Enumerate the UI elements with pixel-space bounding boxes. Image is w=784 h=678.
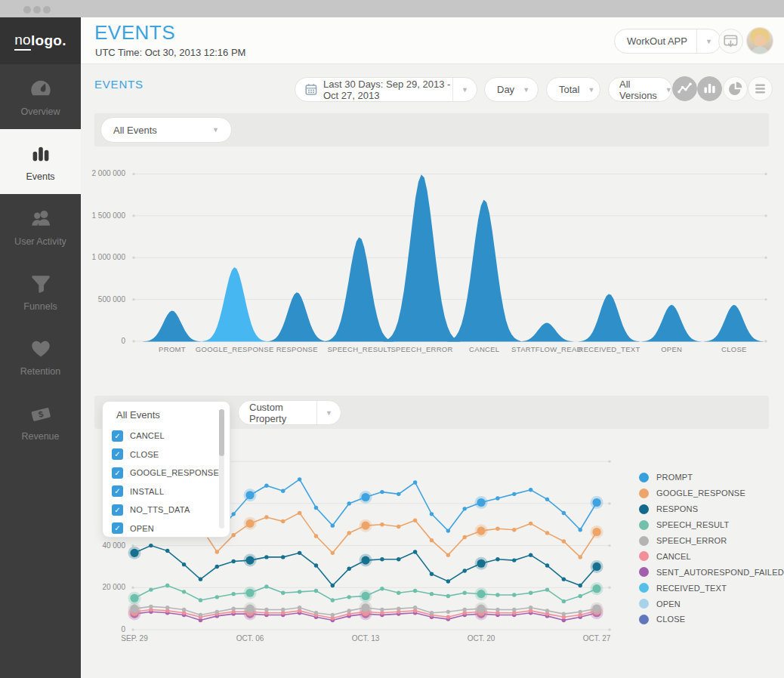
scrollbar-track[interactable]	[219, 409, 224, 529]
data-point	[562, 577, 566, 581]
checkbox[interactable]: ✓	[112, 448, 123, 460]
scrollbar-thumb[interactable]	[219, 409, 224, 456]
data-point	[477, 498, 485, 507]
x-axis-tick: OCT. 27	[583, 634, 611, 643]
data-point	[545, 498, 549, 501]
data-point	[545, 587, 549, 591]
data-point	[592, 605, 600, 613]
export-button[interactable]	[718, 29, 743, 54]
data-point	[199, 613, 202, 617]
bar-chart-icon	[29, 142, 53, 166]
data-point	[477, 590, 485, 598]
data-point	[495, 593, 499, 596]
event-option-label: GOOGLE_RESPONSE	[130, 468, 219, 477]
event-option-close[interactable]: ✓CLOSE	[103, 445, 230, 464]
data-point	[245, 491, 254, 499]
x-axis-tick: OCT. 20	[468, 634, 495, 643]
legend-label: SPEECH_ERROR	[656, 536, 727, 545]
data-point	[495, 496, 499, 500]
data-point	[314, 506, 318, 510]
sidebar-item-user-activity[interactable]: User Activity	[0, 194, 81, 259]
legend-item-sent_autorespond_failed[interactable]: SENT_AUTORESPOND_FAILED	[639, 564, 784, 580]
data-point	[463, 569, 467, 572]
checkbox[interactable]: ✓	[112, 504, 123, 516]
data-point	[231, 533, 235, 537]
sidebar-item-revenue[interactable]: $Revenue	[0, 389, 81, 454]
data-point	[477, 527, 485, 535]
legend-color-dot	[639, 536, 649, 546]
data-point	[281, 519, 285, 523]
data-point	[562, 511, 566, 515]
data-point	[579, 584, 582, 587]
event-option-label: OPEN	[130, 524, 154, 533]
window-control-dot[interactable]	[43, 6, 51, 14]
event-option-google_response[interactable]: ✓GOOGLE_RESPONSE	[103, 464, 230, 482]
legend-item-prompt[interactable]: PROMPT	[639, 470, 784, 485]
y-axis-tick: 20 000	[102, 583, 125, 591]
legend-label: SENT_AUTORESPOND_FAILED	[656, 568, 784, 577]
data-point	[130, 605, 138, 613]
legend-item-received_text[interactable]: RECEIVED_TEXT	[639, 580, 784, 596]
data-point	[281, 608, 285, 612]
window-control-dot[interactable]	[33, 6, 41, 14]
data-point	[592, 562, 600, 571]
event-option-label: CANCEL	[130, 431, 165, 440]
legend-label: OPEN	[656, 599, 681, 609]
top-header: EVENTS UTC Time: Oct 30, 2013 12:16 PM W…	[81, 17, 784, 64]
data-point	[314, 534, 318, 538]
data-point	[413, 480, 417, 484]
data-point	[281, 591, 285, 595]
legend-item-google_response[interactable]: GOOGLE_RESPONSE	[639, 485, 784, 501]
sidebar: nologo. OverviewEventsUser ActivityFunne…	[0, 17, 81, 678]
data-point	[281, 555, 285, 559]
data-point	[446, 553, 450, 556]
sidebar-item-overview[interactable]: Overview	[0, 64, 81, 129]
data-point	[331, 598, 335, 602]
legend-item-speech_result[interactable]: SPEECH_RESULT	[639, 517, 784, 533]
event-option-no_tts_data[interactable]: ✓NO_TTS_DATA	[103, 501, 230, 519]
data-point	[446, 610, 450, 614]
checkbox[interactable]: ✓	[112, 485, 123, 497]
data-point	[347, 531, 350, 535]
data-point	[298, 477, 301, 481]
event-option-cancel[interactable]: ✓CANCEL	[103, 427, 230, 445]
legend-item-close[interactable]: CLOSE	[639, 612, 784, 627]
legend-item-respons[interactable]: RESPONS	[639, 501, 784, 517]
sidebar-item-events[interactable]: Events	[0, 129, 81, 194]
data-point	[245, 589, 254, 597]
sidebar-nav: OverviewEventsUser ActivityFunnelsRetent…	[0, 64, 81, 454]
checkbox[interactable]: ✓	[112, 430, 123, 442]
sidebar-item-retention[interactable]: Retention	[0, 324, 81, 389]
data-point	[314, 611, 318, 615]
app-logo[interactable]: nologo.	[0, 17, 81, 64]
data-point	[446, 579, 450, 583]
event-option-install[interactable]: ✓INSTALL	[103, 482, 230, 501]
data-point	[562, 599, 566, 603]
app-window: nologo. OverviewEventsUser ActivityFunne…	[0, 0, 784, 678]
event-option-label: NO_TTS_DATA	[130, 505, 190, 514]
window-titlebar	[0, 0, 784, 17]
data-point	[430, 592, 434, 596]
event-option-open[interactable]: ✓OPEN	[103, 519, 230, 538]
data-point	[245, 519, 254, 528]
data-point	[281, 488, 285, 492]
legend-color-dot	[639, 473, 649, 482]
sidebar-item-funnels[interactable]: Funnels	[0, 259, 81, 324]
events-option-list: ✓CANCEL✓CLOSE✓GOOGLE_RESPONSE✓INSTALL✓NO…	[103, 427, 230, 538]
data-point	[314, 563, 318, 567]
app-selector-dropdown[interactable]: WorkOut APP ▼	[614, 29, 721, 54]
data-point	[592, 498, 600, 507]
user-avatar[interactable]	[747, 28, 773, 54]
checkbox[interactable]: ✓	[112, 467, 123, 479]
legend-item-speech_error[interactable]: SPEECH_ERROR	[639, 533, 784, 549]
data-point	[264, 484, 268, 488]
data-point	[347, 501, 350, 505]
data-point	[298, 606, 301, 609]
legend-item-cancel[interactable]: CANCEL	[639, 548, 784, 564]
window-control-dot[interactable]	[23, 6, 31, 14]
data-point	[331, 523, 335, 527]
export-download-icon	[724, 35, 738, 48]
legend-item-open[interactable]: OPEN	[639, 596, 784, 612]
data-point	[592, 584, 600, 593]
checkbox[interactable]: ✓	[112, 522, 123, 534]
